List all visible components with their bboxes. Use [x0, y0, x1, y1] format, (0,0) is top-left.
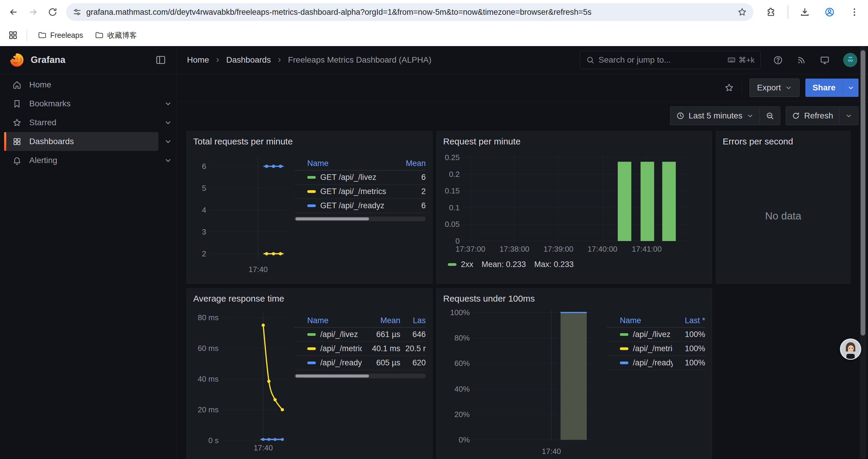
legend-col-last[interactable]: Las [400, 316, 426, 325]
floating-assistant-avatar[interactable] [840, 338, 861, 360]
legend-series-toggle[interactable]: /api/_/readyz [620, 358, 673, 367]
svg-text:20 ms: 20 ms [198, 405, 219, 414]
collapse-sidebar-button[interactable] [155, 55, 166, 65]
scrollbar-thumb[interactable] [296, 218, 369, 220]
search-icon [586, 56, 594, 64]
sidebar-item-alerting[interactable]: Alerting [4, 151, 158, 170]
downloads-button[interactable] [797, 4, 813, 21]
refresh-interval-button[interactable] [839, 107, 858, 125]
assistant-avatar-image [840, 338, 861, 360]
sidebar-item-label: Alerting [29, 156, 57, 165]
reload-button[interactable] [44, 4, 61, 21]
favorite-dashboard-button[interactable] [724, 83, 734, 93]
refresh-button[interactable]: Refresh [786, 107, 839, 125]
share-menu-button[interactable] [843, 78, 859, 97]
legend-horizontal-scrollbar[interactable] [294, 374, 426, 379]
sidebar-item-starred[interactable]: Starred [4, 113, 158, 132]
forward-button[interactable] [25, 4, 41, 21]
share-button[interactable]: Share [805, 78, 843, 97]
folder-icon [38, 31, 47, 40]
legend-last-value: 646 [400, 330, 426, 339]
chevron-down-icon[interactable] [164, 100, 172, 107]
time-range-picker[interactable]: Last 5 minutes [670, 107, 760, 125]
sidebar-item-dashboards[interactable]: Dashboards [4, 132, 158, 151]
grafana-logo[interactable] [10, 53, 24, 67]
legend-total-requests: Name Mean GET /api/_/livez 6 GET /api/_/… [294, 151, 426, 281]
legend-series-toggle[interactable]: /api/_/livez [307, 330, 362, 339]
chevron-down-icon [747, 112, 754, 119]
chevron-down-icon[interactable] [164, 119, 172, 126]
dashboard-actions-row: Export Share [176, 74, 868, 101]
extensions-button[interactable] [763, 4, 779, 21]
svg-text:20%: 20% [454, 410, 470, 419]
search-input[interactable] [598, 55, 723, 65]
sidebar-item-bookmarks[interactable]: Bookmarks [4, 94, 158, 113]
monitor-icon [820, 55, 830, 65]
legend-max: Max: 0.233 [534, 260, 574, 269]
legend-col-mean[interactable]: Mean [362, 316, 400, 325]
svg-text:0%: 0% [459, 435, 470, 444]
svg-text:17:40: 17:40 [248, 265, 268, 274]
chevron-down-icon[interactable] [164, 157, 172, 164]
bookmark-folder-freeleaps[interactable]: Freeleaps [34, 28, 87, 42]
svg-text:6: 6 [202, 162, 206, 171]
panel-title: Errors per second [716, 131, 850, 149]
series-color-pill [307, 204, 316, 207]
legend-series-toggle[interactable]: /api/_/livez [620, 330, 673, 339]
toolbar-divider [788, 6, 788, 19]
legend-col-name[interactable]: Name [307, 316, 362, 325]
news-button[interactable] [797, 55, 806, 65]
panel-total-requests-per-minute: Total requests per minute 6543217:40 Nam… [186, 131, 433, 284]
back-button[interactable] [5, 4, 22, 21]
page-vertical-scrollbar[interactable] [860, 46, 866, 459]
profile-button[interactable] [821, 4, 838, 21]
bookmark-star-icon[interactable] [737, 7, 747, 17]
breadcrumb-current: Freeleaps Metrics Dashboard (ALPHA) [288, 55, 432, 65]
legend-series-toggle[interactable]: GET /api/_/metrics [307, 187, 399, 196]
breadcrumb-dashboards[interactable]: Dashboards [226, 55, 271, 65]
user-avatar[interactable] [843, 53, 857, 67]
browser-menu-button[interactable] [846, 4, 863, 21]
url-bar[interactable]: grafana.mathmast.com/d/deytv4rwavabkb/fr… [66, 3, 753, 21]
legend-last-value: 620 [400, 358, 426, 367]
legend-row: /api/_/readyz 605 µs 620 [294, 356, 426, 370]
legend-horizontal-scrollbar[interactable] [294, 217, 426, 221]
svg-text:17:39:00: 17:39:00 [544, 244, 574, 254]
chevron-down-icon[interactable] [164, 138, 172, 145]
series-color-pill [307, 362, 316, 364]
search-box[interactable]: ⌘+k [580, 51, 761, 69]
chevron-down-icon [845, 112, 852, 119]
legend-series-toggle[interactable]: 2xx [448, 260, 473, 269]
tv-mode-button[interactable] [820, 55, 830, 65]
legend-series-toggle[interactable]: GET /api/_/readyz [307, 201, 399, 210]
legend-col-name[interactable]: Name [620, 316, 673, 325]
grafana-app: Grafana Home Bookmarks Starred [0, 46, 868, 459]
svg-text:0.1: 0.1 [449, 203, 460, 212]
zoom-out-button[interactable] [760, 107, 780, 125]
series-color-pill [448, 263, 457, 266]
scrollbar-thumb[interactable] [861, 50, 865, 335]
scrollbar-thumb[interactable] [296, 374, 369, 378]
help-button[interactable] [773, 55, 783, 65]
legend-series-toggle[interactable]: /api/_/readyz [307, 358, 362, 367]
share-button-group: Share [805, 78, 859, 97]
breadcrumb-home[interactable]: Home [187, 55, 209, 65]
legend-col-mean[interactable]: Mean [399, 159, 426, 168]
home-icon [12, 80, 22, 90]
tune-icon [73, 8, 82, 17]
legend-col-last[interactable]: Last * [673, 316, 705, 325]
legend-col-name[interactable]: Name [307, 159, 399, 168]
sidebar-item-home[interactable]: Home [4, 75, 158, 94]
apps-grid-button[interactable] [6, 28, 20, 42]
legend-mean: Mean: 0.233 [482, 260, 526, 269]
export-button[interactable]: Export [749, 78, 800, 97]
sidebar-nav: Home Bookmarks Starred Dashboards [0, 74, 176, 170]
legend-series-toggle[interactable]: /api/_/metrics [620, 344, 673, 353]
legend-series-toggle[interactable]: /api/_/metrics [307, 344, 362, 353]
star-icon [12, 118, 22, 127]
legend-mean-value: 2 [399, 187, 426, 196]
legend-series-toggle[interactable]: GET /api/_/livez [307, 173, 399, 182]
legend-last-value: 100% [673, 358, 705, 367]
bookmark-folder-blogs[interactable]: 收藏博客 [91, 28, 141, 42]
collapse-sidebar-icon [155, 55, 166, 65]
